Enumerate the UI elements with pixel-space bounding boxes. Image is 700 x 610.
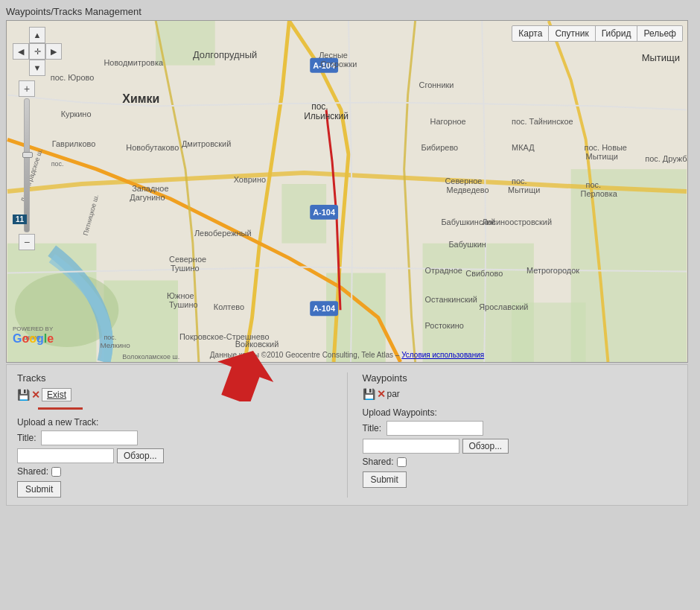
tracks-file-row: Обзор... [17, 448, 332, 463]
svg-text:Тушино: Тушино [169, 300, 198, 309]
svg-text:Дагунино: Дагунино [130, 193, 165, 202]
svg-text:Дмитровский: Дмитровский [182, 139, 231, 148]
track-actions: 💾 ✕ Exist [17, 388, 332, 401]
waypoints-submit-button[interactable]: Submit [363, 471, 407, 488]
mytischi-label: Мытищи [642, 52, 680, 63]
nav-left-btn[interactable]: ◀ [13, 43, 29, 60]
waypoints-title-input[interactable] [386, 421, 483, 436]
map-type-buttons[interactable]: Карта Спутник Гибрид Рельеф [512, 25, 683, 42]
svg-text:Южное: Южное [167, 291, 194, 300]
waypoints-shared-checkbox[interactable] [397, 457, 407, 467]
svg-text:Ильинский: Ильинский [304, 111, 349, 121]
nav-up-btn[interactable]: ▲ [29, 27, 45, 43]
map-background: А-104 А-104 А-104 Химки Гаврилково Курки… [7, 21, 687, 362]
svg-text:Нагорное: Нагорное [430, 117, 466, 126]
map-navigation: ▲ ◀ ✛ ▶ ▼ [13, 27, 62, 76]
tracks-shared-row: Shared: [17, 466, 332, 477]
svg-text:пос. Тайнинское: пос. Тайнинское [512, 117, 573, 126]
page-title: Waypoints/Tracks Management [6, 6, 694, 17]
svg-text:пос.: пос. [311, 101, 328, 112]
svg-text:Новобутаково: Новобутаково [126, 143, 179, 152]
svg-text:Куркино: Куркино [61, 109, 92, 118]
svg-text:Волоколамское ш.: Волоколамское ш. [122, 353, 179, 360]
waypoints-delete-icon[interactable]: ✕ [377, 388, 386, 400]
tracks-title-row: Title: [17, 431, 332, 445]
svg-text:Сторожки: Сторожки [320, 60, 357, 69]
svg-text:А-104: А-104 [313, 208, 336, 217]
map-type-hybrid[interactable]: Гибрид [596, 25, 638, 42]
tracks-title-input[interactable] [41, 431, 138, 445]
map-type-map[interactable]: Карта [512, 25, 549, 42]
tracks-column: Tracks 💾 ✕ Exist Upload a new Track: Tit… [17, 372, 347, 498]
map-type-relief[interactable]: Рельеф [637, 25, 683, 42]
svg-text:Войковский: Войковский [235, 340, 279, 349]
waypoints-actions: 💾 ✕ par [363, 388, 678, 400]
waypoints-browse-button[interactable]: Обзор... [462, 439, 509, 454]
tracks-save-icon[interactable]: 💾 [17, 389, 30, 401]
tracks-delete-icon[interactable]: ✕ [31, 389, 40, 401]
waypoints-column: Waypoints 💾 ✕ par Upload Waypoints: Titl… [347, 372, 678, 498]
nav-down-btn[interactable]: ▼ [29, 60, 45, 76]
svg-text:Останкинский: Останкинский [425, 295, 477, 304]
svg-text:Северное: Северное [445, 177, 482, 185]
svg-text:Долгопрудный: Долгопрудный [193, 49, 257, 60]
powered-by-text: POWERED BY [13, 325, 54, 332]
svg-text:МКАД: МКАД [512, 143, 535, 152]
svg-text:Ярославский: Ярославский [479, 302, 528, 311]
bottom-panel: Tracks 💾 ✕ Exist Upload a new Track: Tit… [6, 364, 688, 506]
svg-text:пос.: пос. [104, 334, 116, 341]
svg-text:Отрадное: Отрадное [425, 266, 462, 275]
zoom-control: + − [19, 80, 35, 250]
svg-text:Бабушкин: Бабушкин [448, 240, 486, 249]
tracks-browse-button[interactable]: Обзор... [117, 448, 164, 463]
nav-empty-tl [13, 27, 29, 43]
waypoints-shared-row: Shared: [363, 457, 678, 467]
map-footer: Данные карты ©2010 Geocentre Consulting,… [210, 351, 484, 359]
svg-text:Свиблово: Свиблово [465, 269, 503, 278]
waypoints-file-row: Обзор... [363, 439, 678, 454]
waypoints-title-row: Title: [363, 421, 678, 436]
zoom-handle[interactable] [22, 152, 33, 158]
tracks-exist-button[interactable]: Exist [42, 388, 71, 401]
waypoints-par-label: par [387, 389, 408, 399]
svg-text:Метрогородок: Метрогородок [526, 266, 579, 275]
svg-text:Перловка: Перловка [581, 189, 618, 198]
map-container: А-104 А-104 А-104 Химки Гаврилково Курки… [6, 20, 688, 363]
map-terms-link[interactable]: Условия использования [401, 351, 484, 359]
tracks-shared-checkbox[interactable] [51, 467, 61, 477]
zoom-out-btn[interactable]: − [19, 234, 35, 250]
svg-text:Мелкино: Мелкино [100, 341, 130, 349]
tracks-section-title: Tracks [17, 372, 332, 384]
svg-text:Медведево: Медведево [446, 185, 489, 194]
svg-text:Тушино: Тушино [171, 264, 200, 273]
map-type-satellite[interactable]: Спутник [549, 25, 595, 42]
svg-text:пос. Дружба: пос. Дружба [645, 154, 687, 163]
svg-text:Химки: Химки [122, 92, 159, 105]
zoom-track[interactable] [24, 98, 30, 232]
waypoints-upload-label: Upload Waypoints: [363, 407, 678, 418]
tracks-shared-label: Shared: [17, 466, 48, 477]
zoom-in-btn[interactable]: + [19, 80, 35, 97]
google-logo: POWERED BY Google [13, 325, 54, 346]
google-text: Google [13, 332, 54, 346]
nav-center-btn[interactable]: ✛ [29, 43, 45, 60]
tracks-underline [38, 407, 83, 410]
nav-right-btn[interactable]: ▶ [45, 43, 62, 60]
svg-text:Лосиноостровский: Лосиноостровский [482, 217, 552, 226]
svg-text:пос.: пос. [586, 180, 602, 189]
tracks-file-input[interactable] [17, 448, 114, 463]
waypoints-title-label: Title: [363, 423, 384, 433]
svg-text:Колтево: Колтево [214, 302, 244, 311]
tracks-title-label: Title: [17, 433, 38, 443]
waypoints-save-icon[interactable]: 💾 [363, 388, 375, 400]
map-number-badge: 11 [13, 215, 27, 224]
tracks-upload-label: Upload a new Track: [17, 417, 332, 428]
svg-text:Гаврилково: Гаврилково [52, 139, 96, 148]
waypoints-file-input[interactable] [363, 439, 459, 454]
svg-text:Лесные: Лесные [319, 51, 348, 60]
two-column-layout: Tracks 💾 ✕ Exist Upload a new Track: Tit… [17, 372, 677, 498]
tracks-submit-button[interactable]: Submit [17, 481, 61, 498]
waypoints-shared-label: Shared: [363, 457, 394, 467]
map-copyright-text: Данные карты ©2010 Geocentre Consulting,… [210, 351, 400, 359]
svg-text:Сгонники: Сгонники [419, 80, 454, 89]
